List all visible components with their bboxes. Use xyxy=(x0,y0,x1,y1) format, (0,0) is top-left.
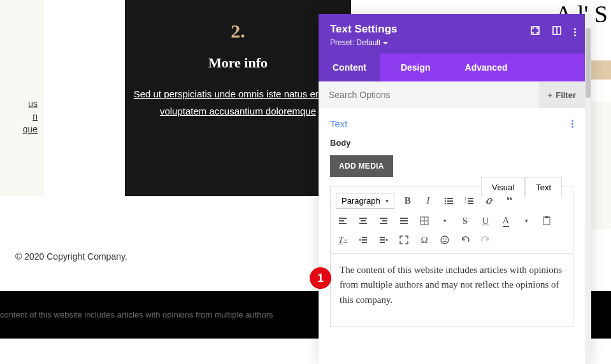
footer-text: content of this website includes article… xyxy=(0,310,273,319)
body-label: Body xyxy=(330,138,573,148)
format-select[interactable]: Paragraph xyxy=(336,193,394,209)
emoji-icon[interactable] xyxy=(438,233,452,247)
bg-link-fragment-3: que xyxy=(0,124,44,134)
text-color-icon[interactable]: A xyxy=(499,214,513,228)
clear-format-icon[interactable]: T× xyxy=(336,233,350,247)
responsive-icon[interactable] xyxy=(552,25,562,38)
svg-rect-18 xyxy=(361,220,366,221)
text-settings-panel: Text Settings Preset: Default Content De… xyxy=(319,14,591,364)
svg-rect-17 xyxy=(359,218,367,219)
tab-advanced[interactable]: Advanced xyxy=(451,53,522,81)
svg-rect-19 xyxy=(359,223,367,224)
search-input[interactable] xyxy=(319,81,539,108)
svg-rect-11 xyxy=(468,198,473,199)
editor-tab-text[interactable]: Text xyxy=(525,177,562,197)
tab-design[interactable]: Design xyxy=(387,53,445,81)
svg-rect-34 xyxy=(380,237,385,238)
svg-rect-15 xyxy=(339,220,344,221)
paste-icon[interactable] xyxy=(540,214,554,228)
editor-tab-visual[interactable]: Visual xyxy=(481,177,525,197)
svg-rect-0 xyxy=(531,27,539,34)
svg-rect-21 xyxy=(382,220,387,221)
bg-link-fragment-1: us xyxy=(0,99,44,109)
svg-rect-12 xyxy=(468,200,473,202)
italic-icon[interactable]: I xyxy=(421,194,435,208)
section-title-text[interactable]: Text xyxy=(330,118,348,129)
right-strip xyxy=(591,102,611,229)
annotation-marker-1: 1 xyxy=(310,267,331,289)
svg-rect-35 xyxy=(380,239,385,241)
svg-rect-6 xyxy=(447,198,453,199)
svg-rect-23 xyxy=(400,218,408,219)
card-title: More info xyxy=(125,55,351,71)
svg-point-5 xyxy=(444,202,446,204)
undo-icon[interactable] xyxy=(458,233,472,247)
add-media-button[interactable]: ADD MEDIA xyxy=(330,155,393,177)
svg-rect-22 xyxy=(380,223,387,224)
preset-dropdown[interactable]: Preset: Default xyxy=(330,38,573,47)
svg-point-3 xyxy=(444,197,446,199)
bullet-list-icon[interactable] xyxy=(442,194,456,208)
panel-content: Text Body ADD MEDIA Visual Text Paragrap… xyxy=(319,108,585,364)
align-center-icon[interactable] xyxy=(356,214,370,228)
table-caret-icon[interactable]: ▾ xyxy=(438,214,452,228)
plus-icon: + xyxy=(548,90,553,100)
card-body: Sed ut perspiciatis unde omnis iste natu… xyxy=(125,85,351,120)
svg-rect-36 xyxy=(380,242,385,243)
bg-left-column: us n que xyxy=(0,0,44,196)
svg-rect-25 xyxy=(400,223,408,224)
svg-rect-8 xyxy=(447,203,453,204)
svg-point-4 xyxy=(444,200,446,202)
settings-tabs: Content Design Advanced xyxy=(319,53,585,81)
panel-scrollbar[interactable] xyxy=(585,14,591,364)
svg-rect-13 xyxy=(468,203,473,204)
numbered-list-icon[interactable]: 12 xyxy=(462,194,476,208)
card-number: 2. xyxy=(125,20,351,42)
fullscreen-icon[interactable] xyxy=(397,233,411,247)
info-card: 2. More info Sed ut perspiciatis unde om… xyxy=(125,0,351,196)
align-right-icon[interactable] xyxy=(377,214,391,228)
align-left-icon[interactable] xyxy=(336,214,350,228)
svg-rect-7 xyxy=(447,200,453,202)
indent-icon[interactable] xyxy=(377,233,391,247)
expand-icon[interactable] xyxy=(530,25,540,38)
bg-link-fragment-2: n xyxy=(0,111,44,122)
filter-button[interactable]: + Filter xyxy=(539,82,585,108)
svg-point-38 xyxy=(443,239,444,240)
bold-icon[interactable]: B xyxy=(401,194,415,208)
more-menu-icon[interactable] xyxy=(573,25,576,38)
svg-rect-20 xyxy=(380,218,387,219)
svg-text:2: 2 xyxy=(464,200,466,204)
panel-header[interactable]: Text Settings Preset: Default xyxy=(319,14,585,53)
svg-rect-24 xyxy=(400,220,408,221)
tab-content[interactable]: Content xyxy=(319,53,380,81)
align-justify-icon[interactable] xyxy=(397,214,411,228)
svg-rect-14 xyxy=(339,218,347,219)
filter-label: Filter xyxy=(556,90,576,100)
svg-rect-30 xyxy=(545,216,549,218)
table-icon[interactable] xyxy=(417,214,431,228)
rich-text-editor: Paragraph B I 12 “ ▾ xyxy=(330,186,573,327)
scrollbar-thumb[interactable] xyxy=(586,28,591,98)
svg-point-37 xyxy=(441,236,449,244)
text-color-caret-icon[interactable]: ▾ xyxy=(519,214,533,228)
svg-rect-33 xyxy=(362,242,367,243)
svg-rect-16 xyxy=(339,223,347,224)
redo-icon[interactable] xyxy=(478,233,492,247)
outdent-icon[interactable] xyxy=(356,233,370,247)
special-char-icon[interactable]: Ω xyxy=(417,233,431,247)
section-options-icon[interactable] xyxy=(571,120,573,128)
search-row: + Filter xyxy=(319,81,585,108)
right-accent-bar xyxy=(591,60,611,80)
underline-icon[interactable]: U xyxy=(478,214,492,228)
strikethrough-icon[interactable]: S xyxy=(458,214,472,228)
editor-content[interactable]: The content of this website includes art… xyxy=(331,254,573,326)
svg-rect-31 xyxy=(362,237,367,238)
svg-point-39 xyxy=(445,239,447,240)
svg-rect-32 xyxy=(362,239,367,241)
